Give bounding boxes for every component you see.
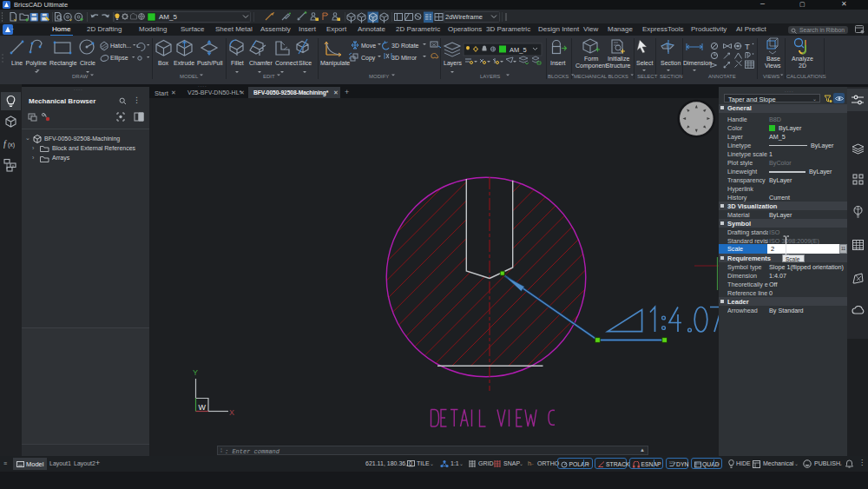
svg-text:DRAW: DRAW bbox=[72, 74, 88, 79]
svg-text:Initialize: Initialize bbox=[608, 56, 629, 62]
svg-text:123: 123 bbox=[669, 461, 674, 465]
svg-text:3D Rotate: 3D Rotate bbox=[391, 43, 419, 49]
svg-text:Rectangle: Rectangle bbox=[49, 60, 77, 67]
svg-text:Component: Component bbox=[575, 63, 607, 69]
svg-text:X: X bbox=[229, 408, 234, 417]
svg-text:AM_5: AM_5 bbox=[510, 46, 527, 54]
svg-text:LAYERS: LAYERS bbox=[480, 74, 500, 79]
svg-text:MODEL: MODEL bbox=[180, 74, 199, 79]
svg-text:AM_5: AM_5 bbox=[159, 13, 177, 21]
svg-text:Polyline: Polyline bbox=[26, 60, 48, 67]
svg-text:Hatch...: Hatch... bbox=[110, 43, 131, 49]
svg-text:T: T bbox=[745, 42, 750, 51]
svg-text:Connect: Connect bbox=[275, 60, 298, 66]
svg-text:BLOCKS: BLOCKS bbox=[548, 74, 569, 79]
svg-text:3D Mirror: 3D Mirror bbox=[391, 55, 418, 61]
svg-text:ANNOTATE: ANNOTATE bbox=[708, 74, 736, 79]
svg-text:SECTION: SECTION bbox=[660, 74, 683, 79]
svg-text:Manipulate: Manipulate bbox=[320, 60, 350, 67]
svg-text:Section: Section bbox=[661, 60, 681, 66]
svg-text:Select: Select bbox=[636, 60, 654, 66]
svg-text:Base: Base bbox=[766, 56, 780, 62]
svg-text:CALCULATIONS: CALCULATIONS bbox=[786, 74, 826, 79]
svg-text:Slice: Slice bbox=[299, 60, 312, 66]
svg-text:MODIFY: MODIFY bbox=[369, 74, 389, 79]
svg-text:f: f bbox=[3, 139, 7, 149]
svg-text:Push/Pull: Push/Pull bbox=[197, 60, 223, 66]
svg-text:Copy: Copy bbox=[361, 55, 376, 62]
svg-text:Circle: Circle bbox=[80, 60, 95, 66]
svg-text:2D: 2D bbox=[799, 63, 806, 69]
svg-text:Chamfer: Chamfer bbox=[249, 60, 273, 66]
svg-text:Form: Form bbox=[584, 56, 599, 62]
svg-text:Box: Box bbox=[158, 60, 169, 66]
svg-text:MECHANICAL BLOCKS: MECHANICAL BLOCKS bbox=[574, 74, 628, 79]
svg-text:W: W bbox=[199, 403, 207, 412]
svg-text:(x): (x) bbox=[8, 142, 15, 149]
svg-text:Move: Move bbox=[361, 43, 376, 49]
svg-text:EDIT: EDIT bbox=[263, 74, 275, 79]
svg-text:2dWireframe: 2dWireframe bbox=[445, 13, 483, 21]
svg-text:Structure: Structure bbox=[606, 63, 631, 69]
svg-text:SELECT: SELECT bbox=[637, 74, 658, 79]
svg-text:Layers: Layers bbox=[444, 60, 463, 67]
svg-text:Views: Views bbox=[765, 63, 781, 69]
svg-text:VIEWS: VIEWS bbox=[763, 74, 779, 79]
svg-text:Dimension: Dimension bbox=[683, 60, 712, 66]
svg-text:Line: Line bbox=[11, 60, 23, 66]
svg-text:Fillet: Fillet bbox=[231, 60, 244, 66]
svg-text:Analyze: Analyze bbox=[792, 56, 813, 63]
svg-text:Insert: Insert bbox=[550, 60, 566, 66]
svg-text:Ellipse: Ellipse bbox=[110, 55, 128, 62]
svg-text:Extrude: Extrude bbox=[174, 60, 194, 66]
svg-text:Y: Y bbox=[193, 368, 198, 377]
